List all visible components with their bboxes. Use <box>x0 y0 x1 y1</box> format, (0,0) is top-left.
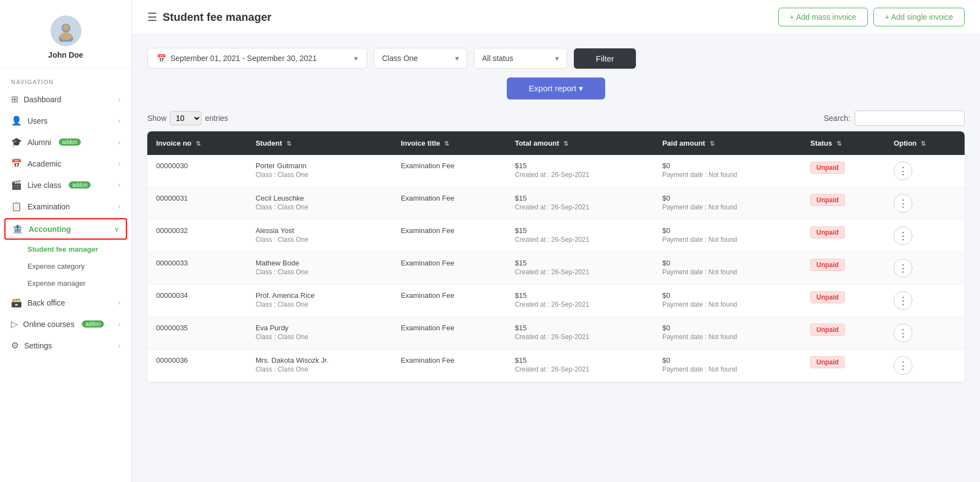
option-menu-button[interactable]: ⋮ <box>894 324 912 342</box>
table-row: 00000032 Alessia Yost Class : Class One … <box>147 220 965 252</box>
payment-date: Payment date : Not found <box>662 365 793 373</box>
paid-amount-value: $0 <box>662 324 793 332</box>
sidebar-item-label: Back office <box>27 298 65 307</box>
created-at: Created at : 26-Sep-2021 <box>515 236 645 243</box>
cell-invoice-title: Examination Fee <box>392 187 506 220</box>
date-range-picker[interactable]: 📅 September 01, 2021 - September 30, 202… <box>147 48 367 69</box>
entries-select[interactable]: 10 25 50 100 <box>170 111 202 125</box>
chevron-right-icon: › <box>118 160 120 168</box>
profile-section: John Doe <box>0 0 131 69</box>
main-content: ☰ Student fee manager + Add mass invoice… <box>132 0 980 482</box>
backoffice-icon: 🗃️ <box>11 297 22 308</box>
option-menu-button[interactable]: ⋮ <box>894 259 912 278</box>
sidebar-item-label: Users <box>27 117 48 125</box>
chevron-right-icon: › <box>118 138 120 146</box>
profile-name: John Doe <box>48 51 84 59</box>
total-amount-value: $15 <box>515 324 645 332</box>
col-invoice-title[interactable]: Invoice title ⇅ <box>392 131 506 155</box>
table-row: 00000030 Porter Gutmann Class : Class On… <box>147 155 965 187</box>
page-title: Student fee manager <box>163 11 272 24</box>
export-row: Export report ▾ <box>147 77 965 99</box>
sidebar-item-settings[interactable]: ⚙ Settings › <box>0 335 131 356</box>
filter-button[interactable]: Filter <box>574 48 636 69</box>
cell-invoice-no: 00000032 <box>147 220 247 252</box>
created-at: Created at : 26-Sep-2021 <box>515 301 645 308</box>
submenu-student-fee-manager[interactable]: Student fee manager <box>0 241 131 258</box>
paid-amount-value: $0 <box>662 162 793 170</box>
option-menu-button[interactable]: ⋮ <box>894 291 912 310</box>
export-report-button[interactable]: Export report ▾ <box>507 77 605 99</box>
status-filter[interactable]: All status ▾ <box>474 48 567 69</box>
chevron-down-icon: ▾ <box>455 54 459 63</box>
cell-total-amount: $15 Created at : 26-Sep-2021 <box>506 252 654 285</box>
examination-icon: 📋 <box>11 201 22 212</box>
option-menu-button[interactable]: ⋮ <box>894 162 912 180</box>
payment-date: Payment date : Not found <box>662 301 793 308</box>
cell-option: ⋮ <box>885 155 965 187</box>
add-single-invoice-button[interactable]: + Add single invoice <box>873 8 965 26</box>
header-icon: ☰ <box>147 10 157 24</box>
dashboard-icon: ⊞ <box>11 94 18 104</box>
table-header: Invoice no ⇅ Student ⇅ Invoice title ⇅ T… <box>147 131 965 155</box>
cell-paid-amount: $0 Payment date : Not found <box>654 220 801 252</box>
sidebar-item-onlinecourses[interactable]: ▷ Online courses addon › <box>0 313 131 335</box>
col-total-amount[interactable]: Total amount ⇅ <box>506 131 654 155</box>
chevron-right-icon: › <box>118 320 120 328</box>
sidebar-item-label: Examination <box>27 202 70 211</box>
submenu-expense-manager[interactable]: Expense manager <box>0 275 131 292</box>
col-invoice-no[interactable]: Invoice no ⇅ <box>147 131 247 155</box>
cell-status: Unpaid <box>801 285 885 317</box>
chevron-down-icon: ▾ <box>555 54 559 63</box>
sidebar-item-users[interactable]: 👤 Users › <box>0 110 131 131</box>
paid-amount-value: $0 <box>662 259 793 267</box>
created-at: Created at : 26-Sep-2021 <box>515 365 645 373</box>
svg-point-2 <box>63 24 69 31</box>
submenu-expense-category[interactable]: Expense category <box>0 258 131 275</box>
cell-student: Mathew Bode Class : Class One <box>247 252 392 285</box>
status-badge: Unpaid <box>810 194 845 206</box>
settings-icon: ⚙ <box>11 340 19 351</box>
sidebar-item-alumni[interactable]: 🎓 Alumni addon › <box>0 131 131 153</box>
cell-status: Unpaid <box>801 187 885 220</box>
cell-option: ⋮ <box>885 220 965 252</box>
search-input[interactable] <box>855 110 965 126</box>
search-label: Search: <box>824 114 850 123</box>
payment-date: Payment date : Not found <box>662 236 793 243</box>
table-row: 00000033 Mathew Bode Class : Class One E… <box>147 252 965 285</box>
sidebar-item-backoffice[interactable]: 🗃️ Back office › <box>0 292 131 313</box>
cell-invoice-title: Examination Fee <box>392 220 506 252</box>
created-at: Created at : 26-Sep-2021 <box>515 268 645 276</box>
option-menu-button[interactable]: ⋮ <box>894 356 912 375</box>
student-class: Class : Class One <box>256 268 383 276</box>
paid-amount-value: $0 <box>662 291 793 300</box>
status-badge: Unpaid <box>810 356 845 368</box>
cell-invoice-no: 00000030 <box>147 155 247 187</box>
cell-total-amount: $15 Created at : 26-Sep-2021 <box>506 317 654 350</box>
option-menu-button[interactable]: ⋮ <box>894 194 912 213</box>
total-amount-value: $15 <box>515 226 645 235</box>
alumni-icon: 🎓 <box>11 137 22 147</box>
col-status[interactable]: Status ⇅ <box>801 131 885 155</box>
total-amount-value: $15 <box>515 356 645 364</box>
cell-invoice-no: 00000033 <box>147 252 247 285</box>
invoices-table: Invoice no ⇅ Student ⇅ Invoice title ⇅ T… <box>147 131 965 382</box>
chevron-down-icon: ∨ <box>114 225 119 233</box>
cell-paid-amount: $0 Payment date : Not found <box>654 317 801 350</box>
sidebar-item-label: Live class <box>27 181 61 190</box>
cell-status: Unpaid <box>801 155 885 187</box>
class-filter[interactable]: Class One ▾ <box>374 48 467 69</box>
sidebar-item-academic[interactable]: 📅 Academic › <box>0 153 131 174</box>
cell-option: ⋮ <box>885 187 965 220</box>
add-mass-invoice-button[interactable]: + Add mass invoice <box>778 8 868 26</box>
onlinecourses-icon: ▷ <box>11 319 18 329</box>
sidebar-item-examination[interactable]: 📋 Examination › <box>0 196 131 217</box>
paid-amount-value: $0 <box>662 356 793 364</box>
sidebar-item-accounting[interactable]: 🏦 Accounting ∨ <box>4 218 127 240</box>
col-paid-amount[interactable]: Paid amount ⇅ <box>654 131 801 155</box>
col-student[interactable]: Student ⇅ <box>247 131 392 155</box>
sidebar-item-liveclass[interactable]: 🎬 Live class addon › <box>0 174 131 196</box>
cell-total-amount: $15 Created at : 26-Sep-2021 <box>506 155 654 187</box>
option-menu-button[interactable]: ⋮ <box>894 226 912 245</box>
nav-section-label: NAVIGATION <box>0 69 131 88</box>
sidebar-item-dashboard[interactable]: ⊞ Dashboard › <box>0 88 131 110</box>
